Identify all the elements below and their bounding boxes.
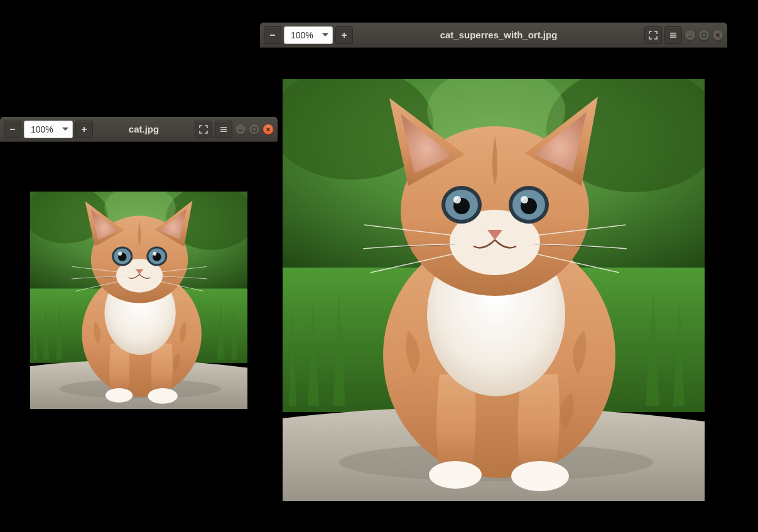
- svg-rect-30: [84, 127, 85, 132]
- svg-rect-3: [670, 33, 676, 34]
- svg-point-43: [106, 388, 133, 403]
- minimize-icon: [237, 126, 244, 133]
- image-viewer-window: 100% cat_superres_with_ort.jpg: [260, 23, 727, 532]
- hamburger-icon: [219, 125, 228, 134]
- close-button[interactable]: [263, 124, 274, 135]
- maximize-icon: [701, 32, 707, 38]
- image-content-area[interactable]: [260, 48, 727, 532]
- window-title: cat.jpg: [93, 124, 195, 134]
- minus-icon: [269, 31, 276, 39]
- titlebar[interactable]: 100% cat.jpg: [0, 117, 278, 142]
- svg-rect-4: [670, 35, 676, 36]
- plus-icon: [80, 126, 88, 133]
- plus-icon: [340, 31, 348, 39]
- svg-rect-6: [688, 36, 692, 36]
- svg-rect-34: [239, 130, 242, 131]
- svg-rect-35: [252, 128, 256, 131]
- svg-rect-32: [220, 129, 227, 130]
- displayed-image: [283, 79, 705, 501]
- svg-point-27: [521, 196, 528, 204]
- minimize-button[interactable]: [685, 30, 696, 41]
- zoom-level-select[interactable]: 100%: [284, 26, 333, 44]
- image-content-area[interactable]: [0, 142, 278, 459]
- image-viewer-window: 100% cat.jpg: [0, 117, 278, 459]
- window-controls: [235, 124, 274, 135]
- svg-rect-2: [344, 33, 345, 38]
- menu-button[interactable]: [664, 26, 682, 44]
- hamburger-icon: [669, 31, 678, 40]
- svg-rect-28: [10, 129, 15, 130]
- zoom-out-button[interactable]: [264, 26, 281, 44]
- fullscreen-icon: [199, 125, 208, 134]
- svg-point-26: [453, 196, 461, 204]
- svg-rect-7: [702, 33, 706, 37]
- zoom-out-button[interactable]: [4, 121, 21, 138]
- svg-rect-0: [270, 35, 275, 36]
- maximize-icon: [251, 126, 257, 133]
- svg-point-55: [153, 252, 156, 256]
- maximize-button[interactable]: [698, 30, 710, 41]
- minimize-button[interactable]: [235, 124, 246, 135]
- menu-button[interactable]: [215, 121, 232, 138]
- maximize-button[interactable]: [249, 124, 260, 135]
- minimize-icon: [687, 32, 693, 38]
- zoom-level-value: 100%: [291, 30, 313, 40]
- svg-rect-5: [670, 36, 676, 38]
- close-icon: [265, 126, 271, 133]
- close-button[interactable]: [712, 30, 723, 41]
- svg-point-16: [511, 461, 569, 491]
- chevron-down-icon: [62, 128, 68, 131]
- minus-icon: [9, 126, 16, 133]
- svg-rect-33: [220, 131, 227, 132]
- titlebar[interactable]: 100% cat_superres_with_ort.jpg: [260, 23, 727, 48]
- window-title: cat_superres_with_ort.jpg: [353, 30, 644, 40]
- svg-point-54: [118, 252, 122, 256]
- close-icon: [715, 32, 721, 38]
- svg-point-44: [148, 388, 177, 404]
- zoom-in-button[interactable]: [335, 26, 353, 44]
- fullscreen-button[interactable]: [195, 121, 212, 138]
- svg-rect-31: [220, 127, 227, 128]
- svg-point-15: [429, 461, 482, 489]
- zoom-in-button[interactable]: [75, 121, 93, 138]
- fullscreen-icon: [649, 31, 658, 40]
- zoom-level-value: 100%: [31, 124, 53, 134]
- displayed-image: [30, 192, 247, 409]
- chevron-down-icon: [322, 33, 328, 36]
- fullscreen-button[interactable]: [644, 26, 662, 44]
- window-controls: [685, 30, 723, 41]
- zoom-level-select[interactable]: 100%: [24, 121, 73, 138]
